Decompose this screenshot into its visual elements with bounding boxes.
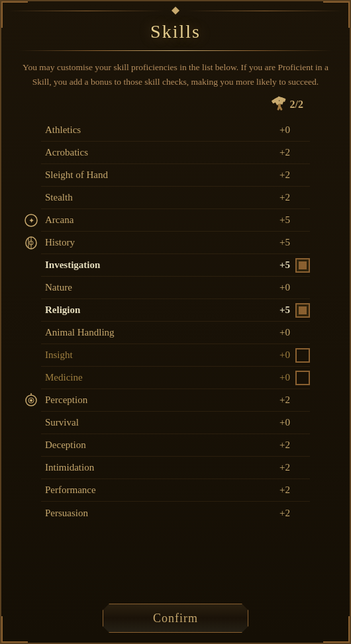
skill-name: Persuasion [41, 508, 264, 519]
skill-name: Survival [41, 417, 264, 428]
no-icon [21, 120, 41, 140]
skill-checkbox-spacer [295, 281, 310, 295]
no-icon [21, 458, 41, 478]
skill-checkbox-filled[interactable] [295, 303, 310, 318]
skill-name: Medicine [41, 372, 264, 383]
proficiency-counter: 2/2 [290, 99, 303, 111]
skill-row: Animal Handling+0 [41, 322, 310, 344]
svg-point-14 [30, 399, 32, 402]
skill-row: Nature+0 [41, 277, 310, 299]
no-icon [21, 255, 41, 275]
confirm-area: Confirm [1, 596, 350, 643]
no-icon [21, 143, 41, 163]
skill-value: +2 [264, 192, 290, 203]
corner-decoration-tl [1, 1, 28, 28]
skill-value: +5 [264, 304, 290, 316]
skill-value: +2 [264, 462, 290, 473]
skill-checkbox-spacer [295, 483, 310, 498]
skill-checkbox-empty[interactable] [295, 348, 310, 363]
no-icon [21, 481, 41, 500]
skill-name: Perception [41, 394, 264, 406]
skill-row: Sleight of Hand+2 [41, 164, 310, 187]
skill-value: +0 [264, 349, 290, 361]
skill-value: +0 [264, 417, 290, 428]
skill-name: Stealth [41, 192, 264, 203]
skill-name: Religion [41, 304, 264, 316]
no-icon [21, 300, 41, 320]
skill-value: +2 [264, 169, 290, 181]
skill-value: +2 [264, 484, 290, 496]
panel-title: Skills [150, 21, 201, 42]
skill-checkbox-empty[interactable] [295, 371, 310, 385]
skill-checkbox-spacer [295, 393, 310, 408]
corner-decoration-br [323, 616, 350, 643]
content-area: 2/2 Athletics+0Acrobatics+2Sleight of Ha… [1, 95, 350, 596]
corner-decoration-bl [1, 616, 28, 643]
skill-checkbox-spacer [295, 461, 310, 475]
counter-row: 2/2 [41, 95, 310, 114]
skill-row: Persuasion+2 [41, 502, 310, 524]
skill-row: Performance+2 [41, 479, 310, 502]
no-icon [21, 188, 41, 208]
skill-row: Insight+0 [41, 344, 310, 367]
skill-name: Animal Handling [41, 327, 264, 338]
skill-checkbox-spacer [295, 236, 310, 250]
skill-row: Survival+0 [41, 412, 310, 434]
no-icon [21, 503, 41, 523]
skill-value: +5 [264, 259, 290, 271]
title-divider [19, 50, 332, 51]
skill-name: History [41, 237, 264, 248]
top-decoration [1, 1, 350, 15]
perception-icon [21, 391, 41, 410]
skill-value: +5 [264, 214, 290, 226]
skill-checkbox-spacer [295, 191, 310, 205]
skill-value: +0 [264, 124, 290, 136]
skill-row: ✦ Arcana+5 [41, 209, 310, 232]
skill-name: Acrobatics [41, 147, 264, 158]
skill-row: Deception+2 [41, 434, 310, 457]
no-icon [21, 165, 41, 185]
no-icon [21, 278, 41, 298]
skill-row: Stealth+2 [41, 187, 310, 209]
skill-row: Medicine+0 [41, 367, 310, 389]
no-icon [21, 436, 41, 455]
skill-name: Insight [41, 349, 264, 361]
skills-panel: Skills You may customise your skill prof… [0, 0, 351, 644]
skill-checkbox-spacer [295, 146, 310, 160]
skill-row: Intimidation+2 [41, 457, 310, 479]
skill-checkbox-spacer [295, 506, 310, 520]
skill-value: +2 [264, 147, 290, 158]
skill-row: Religion+5 [41, 299, 310, 322]
skill-value: +0 [264, 372, 290, 383]
skill-row: Acrobatics+2 [41, 142, 310, 164]
skill-checkbox-spacer [295, 168, 310, 183]
svg-text:✦: ✦ [28, 216, 34, 224]
history-icon [21, 233, 41, 253]
skill-checkbox-spacer [295, 326, 310, 340]
corner-decoration-tr [323, 1, 350, 28]
hammer-icon [269, 95, 287, 114]
skill-value: +0 [264, 282, 290, 293]
no-icon [21, 368, 41, 388]
skill-checkbox-filled[interactable] [295, 258, 310, 273]
skill-value: +2 [264, 508, 290, 519]
skills-list: Athletics+0Acrobatics+2Sleight of Hand+2… [41, 119, 310, 524]
skill-name: Intimidation [41, 462, 264, 473]
skill-checkbox-spacer [295, 213, 310, 228]
skill-value: +2 [264, 394, 290, 406]
skill-name: Arcana [41, 214, 264, 226]
skill-value: +5 [264, 237, 290, 248]
no-icon [21, 413, 41, 433]
skill-checkbox-spacer [295, 438, 310, 453]
skill-row: Perception+2 [41, 389, 310, 412]
skill-value: +0 [264, 327, 290, 338]
skill-name: Athletics [41, 124, 264, 136]
skill-name: Nature [41, 282, 264, 293]
skill-value: +2 [264, 439, 290, 451]
skill-row: Investigation+5 [41, 254, 310, 277]
skill-row: History+5 [41, 232, 310, 254]
skill-name: Deception [41, 439, 264, 451]
skill-name: Performance [41, 484, 264, 496]
confirm-button[interactable]: Confirm [103, 604, 248, 633]
skill-row: Athletics+0 [41, 119, 310, 142]
